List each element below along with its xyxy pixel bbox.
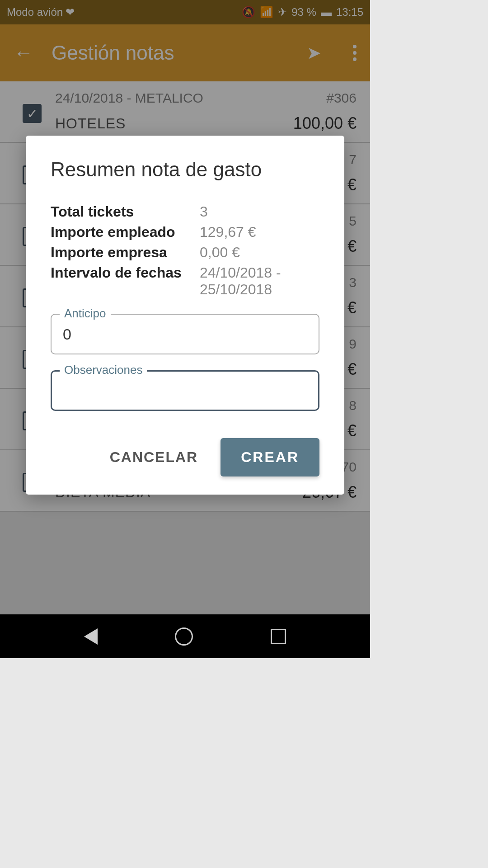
value-importe-empresa: 0,00 € (200, 244, 319, 261)
value-total-tickets: 3 (200, 203, 319, 220)
summary-row-dates: Intervalo de fechas 24/10/2018 - 25/10/2… (51, 264, 319, 298)
nav-home-icon[interactable] (175, 627, 193, 646)
create-button[interactable]: CREAR (221, 438, 319, 476)
value-intervalo-fechas: 24/10/2018 - 25/10/2018 (200, 264, 319, 298)
cancel-button[interactable]: CANCELAR (110, 449, 198, 466)
modal-overlay[interactable]: Resumen nota de gasto Total tickets 3 Im… (0, 0, 370, 658)
summary-row-tickets: Total tickets 3 (51, 203, 319, 220)
label-importe-empresa: Importe empresa (51, 244, 200, 261)
modal-title: Resumen nota de gasto (51, 158, 319, 181)
anticipo-group: Anticipo (51, 314, 319, 354)
label-intervalo-fechas: Intervalo de fechas (51, 264, 200, 298)
expense-summary-modal: Resumen nota de gasto Total tickets 3 Im… (26, 136, 344, 495)
summary-row-employee: Importe empleado 129,67 € (51, 224, 319, 241)
nav-bar (0, 614, 370, 658)
value-importe-empleado: 129,67 € (200, 224, 319, 241)
observaciones-label: Observaciones (60, 363, 147, 377)
label-total-tickets: Total tickets (51, 203, 200, 220)
nav-recent-icon[interactable] (271, 629, 286, 644)
label-importe-empleado: Importe empleado (51, 224, 200, 241)
summary-row-company: Importe empresa 0,00 € (51, 244, 319, 261)
anticipo-label: Anticipo (60, 307, 111, 321)
nav-back-icon[interactable] (84, 628, 98, 645)
observaciones-group: Observaciones (51, 370, 319, 411)
modal-actions: CANCELAR CREAR (51, 438, 319, 476)
